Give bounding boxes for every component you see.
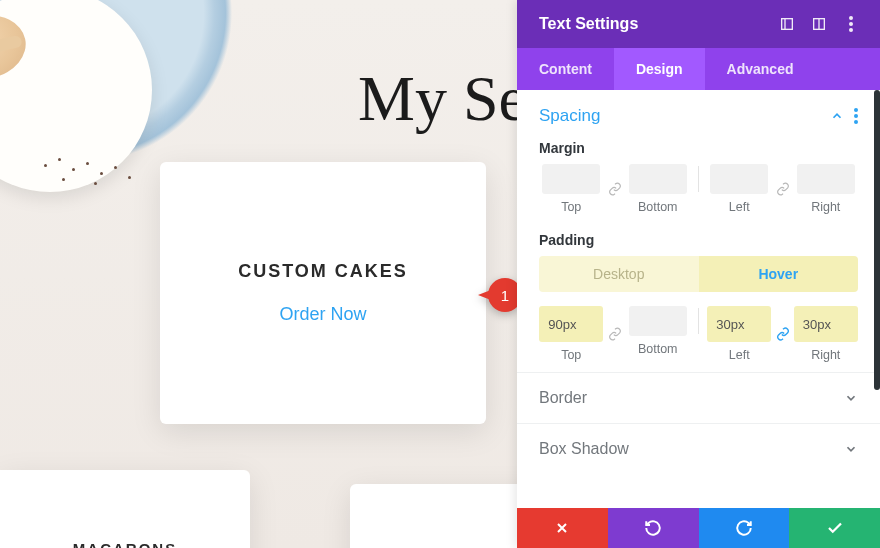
panel-tabs: Content Design Advanced (517, 48, 880, 90)
panel-footer (517, 508, 880, 548)
tab-advanced[interactable]: Advanced (705, 48, 816, 90)
svg-point-3 (849, 22, 853, 26)
side-label: Top (561, 348, 581, 362)
scrollbar[interactable] (874, 90, 880, 390)
page-title: My Ser (358, 62, 517, 136)
panel-title: Text Settings (539, 15, 774, 33)
macaron-decor (0, 9, 32, 86)
page-canvas: My Ser CUSTOM CAKES Order Now MACARONS C… (0, 0, 517, 548)
svg-point-4 (849, 28, 853, 32)
link-icon[interactable] (608, 164, 622, 214)
chevron-up-icon[interactable] (830, 109, 844, 123)
padding-bottom-input[interactable] (629, 306, 687, 336)
svg-point-2 (849, 16, 853, 20)
crumbs-decor (40, 158, 150, 202)
margin-top-input[interactable] (542, 164, 600, 194)
margin-label: Margin (539, 140, 858, 156)
side-label: Left (729, 348, 750, 362)
tab-content[interactable]: Content (517, 48, 614, 90)
margin-right-input[interactable] (797, 164, 855, 194)
padding-top-input[interactable] (542, 309, 600, 339)
state-tabs: Desktop Hover (539, 256, 858, 292)
service-card-macarons[interactable]: MACARONS (0, 470, 250, 548)
undo-button[interactable] (608, 508, 699, 548)
link-icon[interactable] (776, 306, 790, 362)
divider (698, 308, 699, 334)
cancel-button[interactable] (517, 508, 608, 548)
chevron-down-icon (844, 391, 858, 405)
expand-icon[interactable] (774, 11, 800, 37)
snap-icon[interactable] (806, 11, 832, 37)
service-card-main[interactable]: CUSTOM CAKES Order Now (160, 162, 486, 424)
redo-button[interactable] (699, 508, 790, 548)
section-options-icon[interactable] (854, 108, 858, 124)
side-label: Bottom (638, 200, 678, 214)
section-spacing: Spacing Margin Top (517, 90, 880, 372)
link-icon[interactable] (608, 306, 622, 362)
margin-bottom-input[interactable] (629, 164, 687, 194)
save-button[interactable] (789, 508, 880, 548)
divider (698, 166, 699, 192)
tab-design[interactable]: Design (614, 48, 705, 90)
svg-point-7 (854, 120, 858, 124)
order-now-link[interactable]: Order Now (279, 304, 366, 325)
chevron-down-icon (844, 442, 858, 456)
padding-label: Padding (539, 232, 858, 248)
svg-point-5 (854, 108, 858, 112)
svg-rect-0 (782, 19, 793, 30)
section-border[interactable]: Border (517, 372, 880, 423)
margin-left-input[interactable] (710, 164, 768, 194)
side-label: Right (811, 200, 840, 214)
section-box-shadow[interactable]: Box Shadow (517, 423, 880, 474)
section-heading: Border (539, 389, 587, 407)
settings-panel: Text Settings Content Design Advanced Sp… (517, 0, 880, 548)
padding-left-input[interactable] (710, 309, 768, 339)
panel-body: Spacing Margin Top (517, 90, 880, 508)
side-label: Left (729, 200, 750, 214)
side-label: Right (811, 348, 840, 362)
link-icon[interactable] (776, 164, 790, 214)
padding-right-input[interactable] (797, 309, 855, 339)
section-heading: Box Shadow (539, 440, 629, 458)
state-tab-desktop[interactable]: Desktop (539, 256, 699, 292)
side-label: Top (561, 200, 581, 214)
annotation-marker-1: 1 (478, 278, 522, 312)
state-tab-hover[interactable]: Hover (699, 256, 859, 292)
more-icon[interactable] (838, 11, 864, 37)
margin-inputs: Top Bottom Left (539, 164, 858, 214)
svg-point-6 (854, 114, 858, 118)
service-card-title: MACARONS (73, 540, 177, 549)
service-card-cupcakes[interactable]: CUPCAKES (350, 484, 517, 548)
side-label: Bottom (638, 342, 678, 356)
padding-inputs: Top Bottom Left (539, 306, 858, 362)
section-heading[interactable]: Spacing (539, 106, 600, 126)
service-card-title: CUSTOM CAKES (238, 261, 408, 282)
panel-header: Text Settings (517, 0, 880, 48)
